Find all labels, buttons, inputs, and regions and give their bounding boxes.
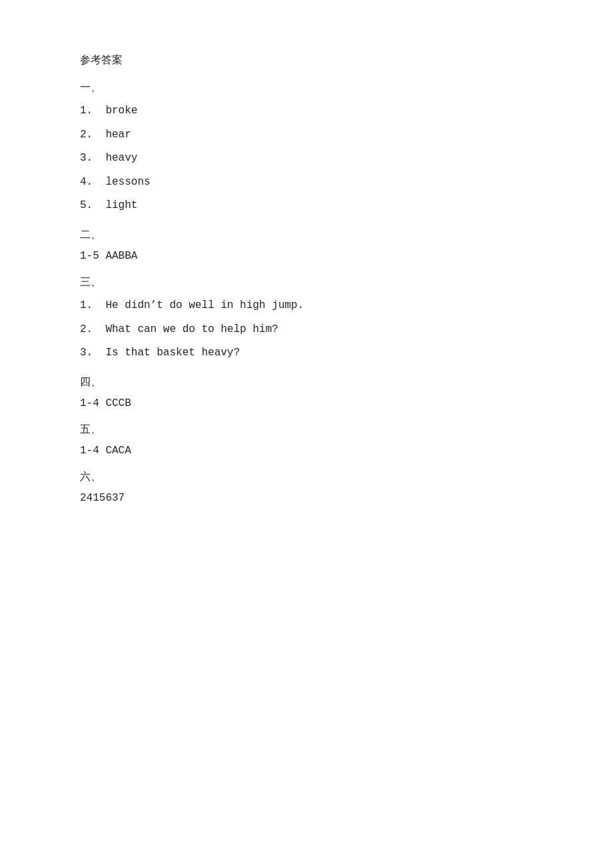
section-liu-answer: 2415637: [80, 492, 533, 504]
section-er-answer: 1-5 AABBA: [80, 250, 533, 262]
section-si: 四、 1-4 CCCB: [80, 375, 533, 409]
section-liu: 六、 2415637: [80, 470, 533, 504]
item-2: 2. hear: [80, 127, 533, 144]
item-5: 5. light: [80, 197, 533, 215]
section-san: 三、 1. He didn’t do well in high jump. 2.…: [80, 275, 533, 362]
section-er-label: 二、: [80, 228, 533, 242]
section-liu-label: 六、: [80, 470, 533, 484]
section-wu-answer: 1-4 CACA: [80, 445, 533, 457]
section-san-label: 三、: [80, 275, 533, 289]
section-wu-label: 五、: [80, 423, 533, 437]
item-3: 3. heavy: [80, 150, 533, 167]
page-title: 参考答案: [80, 53, 533, 67]
section-yi-label: 一、: [80, 81, 533, 95]
item-1: 1. broke: [80, 103, 533, 120]
item-4: 4. lessons: [80, 174, 533, 191]
section-wu: 五、 1-4 CACA: [80, 423, 533, 457]
san-item-3: 3. Is that basket heavy?: [80, 345, 533, 362]
section-si-answer: 1-4 CCCB: [80, 397, 533, 409]
san-item-1: 1. He didn’t do well in high jump.: [80, 297, 533, 315]
section-er: 二、 1-5 AABBA: [80, 228, 533, 262]
san-item-2: 2. What can we do to help him?: [80, 321, 533, 339]
section-si-label: 四、: [80, 375, 533, 389]
section-yi: 一、 1. broke 2. hear 3. heavy 4. lessons …: [80, 81, 533, 215]
